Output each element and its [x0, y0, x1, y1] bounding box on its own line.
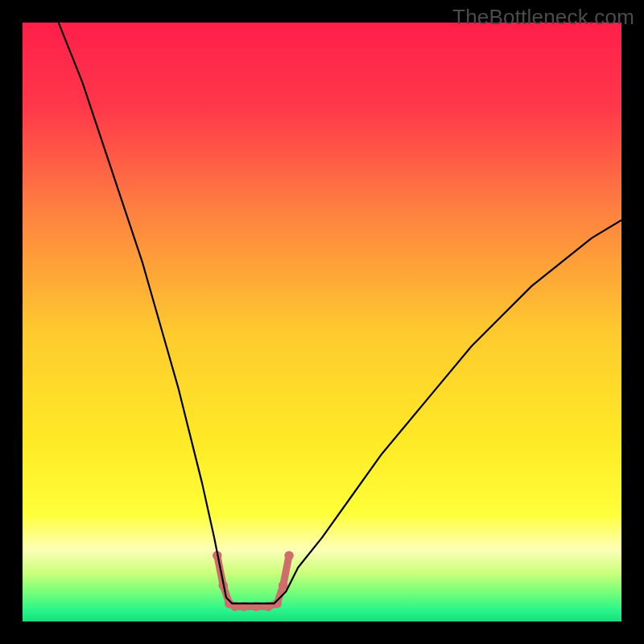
chart-background	[23, 23, 621, 621]
chart-frame: TheBottleneck.com	[0, 0, 644, 644]
series-point-optimal-zone	[279, 581, 287, 590]
watermark-label: TheBottleneck.com	[452, 5, 634, 30]
series-point-optimal-zone	[284, 551, 293, 559]
bottleneck-chart	[23, 23, 621, 621]
